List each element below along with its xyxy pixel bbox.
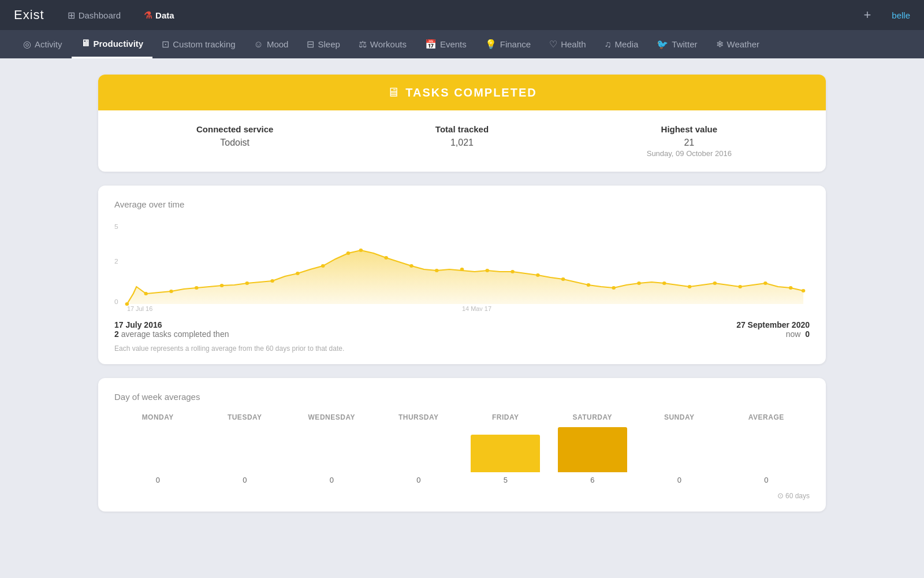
- app-title: Exist: [14, 8, 44, 23]
- svg-point-3: [125, 302, 129, 306]
- dow-bar: [471, 435, 540, 472]
- cat-media-label: Media: [615, 39, 639, 49]
- cat-mood[interactable]: ☺ Mood: [245, 31, 298, 58]
- svg-point-21: [561, 277, 565, 281]
- nav-data[interactable]: ⚗ Data: [139, 8, 179, 23]
- dow-col: SATURDAY6: [549, 413, 636, 484]
- cat-finance[interactable]: 💡 Finance: [476, 31, 540, 58]
- svg-text:2: 2: [114, 258, 118, 264]
- category-navigation: ◎ Activity 🖥 Productivity ⊡ Custom track…: [0, 30, 924, 58]
- dow-bar-container: [210, 426, 280, 472]
- cat-media[interactable]: ♫ Media: [595, 31, 648, 58]
- dow-day-label: MONDAY: [142, 413, 174, 421]
- tasks-header-icon: 🖥: [387, 85, 400, 100]
- dow-day-label: THURSDAY: [398, 413, 439, 421]
- dow-day-label: FRIDAY: [492, 413, 519, 421]
- chart-avg-text: average tasks completed then: [121, 329, 229, 339]
- dow-value: 0: [764, 476, 768, 484]
- user-menu[interactable]: belle: [892, 10, 910, 20]
- events-icon: 📅: [425, 39, 437, 50]
- cat-sleep[interactable]: ⊟ Sleep: [297, 31, 349, 58]
- stat-connected-service: Connected service Todoist: [121, 124, 348, 158]
- add-button[interactable]: +: [863, 8, 871, 23]
- chart-now-val: 0: [805, 329, 810, 339]
- sleep-icon: ⊟: [307, 39, 314, 50]
- dow-title: Day of week averages: [114, 392, 810, 402]
- dow-card: Day of week averages MONDAY0TUESDAY0WEDN…: [98, 378, 826, 512]
- dow-day-label: SUNDAY: [664, 413, 695, 421]
- dow-bar-container: [558, 426, 627, 472]
- svg-point-5: [169, 290, 173, 293]
- cat-workouts[interactable]: ⚖ Workouts: [349, 31, 416, 58]
- svg-point-26: [688, 285, 692, 288]
- dow-day-label: WEDNESDAY: [308, 413, 355, 421]
- clock-icon: ⊙: [777, 491, 784, 500]
- tasks-header: 🖥 TASKS COMPLETED: [98, 75, 826, 110]
- top-navigation: Exist ⊞ Dashboard ⚗ Data + belle: [0, 0, 924, 30]
- dow-value: 0: [243, 476, 247, 484]
- stat-total-tracked-value: 1,021: [348, 138, 575, 148]
- dow-bar-container: [297, 426, 366, 472]
- svg-point-15: [409, 264, 413, 268]
- custom-tracking-icon: ⊡: [162, 39, 169, 50]
- stat-total-tracked: Total tracked 1,021: [348, 124, 575, 158]
- svg-point-23: [612, 286, 616, 290]
- stat-highest-value-sub: Sunday, 09 October 2016: [576, 149, 803, 158]
- dow-table: MONDAY0TUESDAY0WEDNESDAY0THURSDAY0FRIDAY…: [114, 413, 810, 484]
- cat-events[interactable]: 📅 Events: [416, 31, 476, 58]
- stat-total-tracked-label: Total tracked: [348, 124, 575, 134]
- dow-bar-container: [471, 426, 540, 472]
- chart-svg: 5 2 0: [114, 218, 810, 311]
- svg-point-10: [296, 272, 300, 275]
- svg-point-29: [763, 281, 767, 285]
- main-content: 🖥 TASKS COMPLETED Connected service Todo…: [64, 58, 860, 528]
- chart-footer-left: 17 July 2016 2 average tasks completed t…: [114, 320, 229, 339]
- dow-bar-container: [644, 426, 714, 472]
- svg-text:0: 0: [114, 298, 118, 305]
- svg-point-7: [220, 284, 224, 287]
- stat-connected-service-value: Todoist: [121, 138, 348, 148]
- svg-point-9: [270, 279, 274, 283]
- average-over-time-card: Average over time 5 2 0: [98, 186, 826, 364]
- cat-weather[interactable]: ❄ Weather: [707, 31, 769, 58]
- cat-productivity-label: Productivity: [94, 39, 144, 49]
- cat-finance-label: Finance: [500, 39, 531, 49]
- cat-health[interactable]: ♡ Health: [540, 31, 595, 58]
- workouts-icon: ⚖: [359, 39, 367, 50]
- activity-icon: ◎: [23, 39, 31, 50]
- cat-activity[interactable]: ◎ Activity: [14, 31, 72, 58]
- dow-value: 0: [416, 476, 420, 484]
- dow-col: WEDNESDAY0: [288, 413, 375, 484]
- svg-point-12: [346, 251, 351, 255]
- dow-footer-text: 60 days: [785, 492, 810, 500]
- dow-col: THURSDAY0: [375, 413, 463, 484]
- svg-point-14: [384, 256, 388, 260]
- chart-footer-right: 27 September 2020 now 0: [736, 320, 810, 339]
- cat-health-label: Health: [561, 39, 586, 49]
- stat-highest-value: Highest value 21 Sunday, 09 October 2016: [576, 124, 803, 158]
- svg-point-19: [511, 270, 515, 273]
- tasks-completed-card: 🖥 TASKS COMPLETED Connected service Todo…: [98, 75, 826, 172]
- svg-text:5: 5: [114, 223, 118, 229]
- tasks-header-text: TASKS COMPLETED: [405, 86, 536, 99]
- health-icon: ♡: [549, 39, 557, 50]
- dow-bar-container: [123, 426, 192, 472]
- chart-note: Each value represents a rolling average …: [114, 344, 810, 353]
- tasks-stats: Connected service Todoist Total tracked …: [98, 110, 826, 172]
- cat-twitter[interactable]: 🐦 Twitter: [647, 31, 706, 58]
- cat-productivity[interactable]: 🖥 Productivity: [72, 30, 153, 58]
- stat-connected-service-label: Connected service: [121, 124, 348, 134]
- cat-custom-tracking[interactable]: ⊡ Custom tracking: [152, 31, 244, 58]
- svg-point-24: [637, 281, 641, 285]
- svg-point-18: [485, 269, 489, 272]
- svg-point-16: [435, 269, 439, 272]
- dow-col: TUESDAY0: [202, 413, 289, 484]
- cat-twitter-label: Twitter: [672, 39, 697, 49]
- nav-dashboard[interactable]: ⊞ Dashboard: [63, 8, 125, 23]
- dow-day-label: TUESDAY: [228, 413, 262, 421]
- svg-point-13: [359, 249, 363, 252]
- dow-col: AVERAGE0: [723, 413, 810, 484]
- dashboard-icon: ⊞: [68, 10, 75, 21]
- stat-highest-value-value: 21: [576, 138, 803, 148]
- dow-day-label: SATURDAY: [572, 413, 612, 421]
